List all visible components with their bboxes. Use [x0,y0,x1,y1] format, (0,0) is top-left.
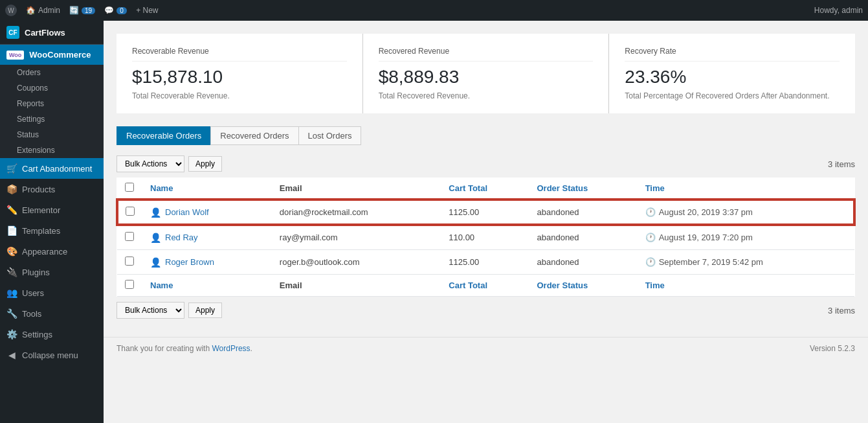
row-name-link-2[interactable]: 👤 Roger Brown [150,257,264,268]
col-cart-total[interactable]: Cart Total [441,177,529,200]
row-checkbox-1[interactable] [125,232,134,241]
select-all-header[interactable] [117,177,142,200]
sidebar-item-cart-abandonment[interactable]: 🛒 Cart Abandonment [0,158,104,179]
wp-logo-button[interactable]: W [5,5,17,16]
admin-label: Admin [38,6,60,15]
stat-recovered-desc: Total Recovered Revenue. [379,91,594,100]
footer-thank-you: Thank you for creating with [117,344,210,353]
row-email-cell: ray@ymail.com [272,225,441,250]
tools-label: Tools [22,309,41,319]
sidebar-item-reports[interactable]: Reports [0,96,104,111]
col-time-footer[interactable]: Time [638,275,854,297]
sidebar-item-plugins[interactable]: 🔌 Plugins [0,262,104,282]
select-all-footer[interactable] [117,275,142,297]
clock-icon: 🕐 [645,233,656,242]
settings-icon: ⚙️ [6,329,17,339]
sidebar-brand[interactable]: CF CartFlows [0,21,104,45]
admin-menu-button[interactable]: 🏠 Admin [26,6,60,15]
bulk-actions-select-top[interactable]: Bulk Actions [117,155,184,172]
stat-rate-desc: Total Percentage Of Recovered Orders Aft… [625,91,840,100]
sidebar-item-orders[interactable]: Orders [0,65,104,80]
sidebar-item-coupons[interactable]: Coupons [0,80,104,96]
templates-icon: 📄 [6,225,17,236]
sidebar-item-settings-main[interactable]: ⚙️ Settings [0,324,104,345]
settings-label: Settings [22,330,52,339]
sidebar-item-elementor[interactable]: ✏️ Elementor [0,200,104,220]
apply-button-top[interactable]: Apply [188,156,222,172]
row-order-status-cell: abandoned [529,200,638,225]
sidebar-item-tools[interactable]: 🔧 Tools [0,303,104,324]
table-footer-row: Name Email Cart Total Order Status Time [117,275,854,297]
col-order-status-footer[interactable]: Order Status [529,275,638,297]
plugins-label: Plugins [22,268,50,277]
apply-button-bottom[interactable]: Apply [188,303,222,318]
col-email: Email [272,177,441,200]
row-name-text: Dorian Wolf [165,207,209,217]
new-content-button[interactable]: + New [136,6,158,15]
topbar-right: Howdy, admin [814,6,863,15]
select-all-checkbox-footer[interactable] [125,280,134,289]
row-checkbox-2[interactable] [125,257,134,266]
footer-wp-link[interactable]: WordPress [212,344,250,353]
updates-button[interactable]: 🔄 19 [69,6,95,15]
sidebar-item-products[interactable]: 📦 Products [0,179,104,200]
row-checkbox-cell[interactable] [117,200,142,225]
bulk-actions-bottom: Bulk Actions Apply [117,302,222,319]
bulk-actions-top: Bulk Actions Apply [117,155,222,172]
col-email-footer: Email [272,275,441,297]
sidebar-item-settings[interactable]: Settings [0,111,104,127]
col-cart-total-footer[interactable]: Cart Total [441,275,529,297]
sidebar-collapse-button[interactable]: ◀ Collapse menu [0,345,104,365]
sidebar-item-appearance[interactable]: 🎨 Appearance [0,241,104,262]
row-name-cell: 👤 Dorian Wolf [142,200,272,225]
sidebar-item-templates[interactable]: 📄 Templates [0,220,104,241]
col-name-footer[interactable]: Name [142,275,272,297]
row-cart-total-cell: 1125.00 [441,250,529,275]
topbar: W 🏠 Admin 🔄 19 💬 0 + New Howdy, admin [0,0,868,21]
sidebar-item-status[interactable]: Status [0,127,104,143]
woocommerce-header[interactable]: Woo WooCommerce [0,45,104,65]
tab-recoverable-orders[interactable]: Recoverable Orders [117,126,210,145]
cart-abandonment-icon: 🛒 [6,163,17,174]
clock-icon: 🕐 [645,257,656,267]
user-avatar-icon: 👤 [150,257,161,268]
footer-version: Version 5.2.3 [810,344,855,353]
stat-rate-value: 23.36% [625,67,840,87]
stat-recovered-value: $8,889.83 [379,67,594,87]
table-header-row: Name Email Cart Total Order Status Time [117,177,854,200]
col-time[interactable]: Time [638,177,854,200]
user-avatar-icon: 👤 [150,207,161,218]
table-row: 👤 Roger Brown roger.b@outlook.com 1125.0… [117,250,854,275]
tab-lost-orders[interactable]: Lost Orders [298,126,362,145]
stat-cards: Recoverable Revenue $15,878.10 Total Rec… [117,34,855,113]
sidebar-item-extensions[interactable]: Extensions [0,143,104,158]
row-name-link-1[interactable]: 👤 Red Ray [150,233,264,243]
select-all-checkbox[interactable] [125,183,134,192]
appearance-icon: 🎨 [6,246,17,257]
sidebar-item-users[interactable]: 👥 Users [0,282,104,303]
plugins-icon: 🔌 [6,267,17,277]
row-checkbox-cell[interactable] [117,250,142,275]
stat-recoverable-value: $15,878.10 [132,67,347,87]
stat-recovered-label: Recovered Revenue [379,47,594,62]
collapse-icon: ◀ [6,350,17,360]
col-order-status[interactable]: Order Status [529,177,638,200]
stat-rate-label: Recovery Rate [625,47,840,62]
tab-recovered-orders[interactable]: Recovered Orders [210,126,298,145]
row-name-text: Red Ray [165,233,198,242]
col-name[interactable]: Name [142,177,272,200]
comments-icon: 💬 [104,6,114,15]
row-checkbox-cell[interactable] [117,225,142,250]
row-time-text: August 20, 2019 3:37 pm [659,207,753,217]
row-name-link-0[interactable]: 👤 Dorian Wolf [150,207,264,218]
user-avatar-icon: 👤 [150,233,161,243]
products-label: Products [22,185,55,194]
comments-button[interactable]: 💬 0 [104,6,127,15]
appearance-label: Appearance [22,247,67,257]
row-time-text: September 7, 2019 5:42 pm [659,257,763,267]
row-order-status-cell: abandoned [529,225,638,250]
wp-icon: W [5,5,17,16]
row-time-text: August 19, 2019 7:20 pm [659,233,753,242]
bulk-actions-select-bottom[interactable]: Bulk Actions [117,302,184,319]
row-checkbox-0[interactable] [126,207,135,216]
